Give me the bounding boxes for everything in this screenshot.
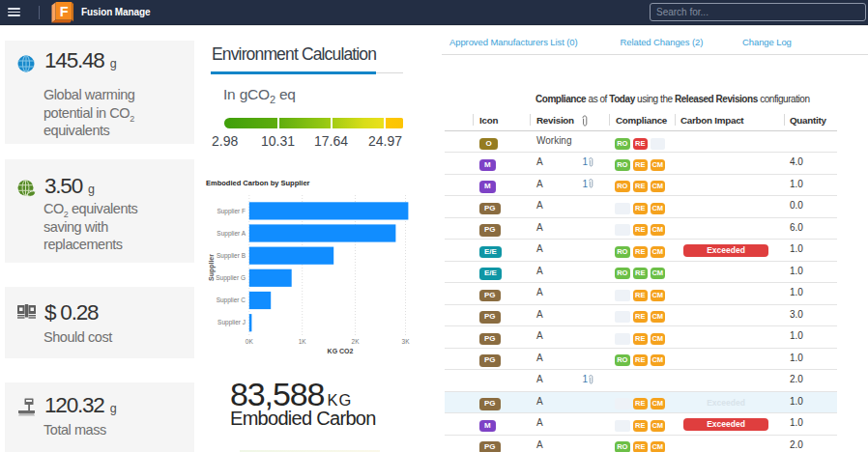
svg-text:Supplier G: Supplier G	[216, 274, 246, 282]
svg-text:3K: 3K	[402, 338, 411, 345]
svg-text:Supplier F: Supplier F	[217, 208, 246, 215]
svg-text:KG CO2: KG CO2	[328, 348, 354, 354]
svg-text:Supplier C: Supplier C	[217, 297, 246, 304]
svg-text:0K: 0K	[246, 338, 254, 345]
svg-text:Supplier: Supplier	[208, 254, 216, 281]
svg-text:Supplier J: Supplier J	[217, 319, 246, 326]
svg-text:Embodied Carbon by Supplier: Embodied Carbon by Supplier	[206, 179, 310, 187]
svg-text:1K: 1K	[299, 338, 307, 345]
svg-text:Supplier B: Supplier B	[217, 252, 246, 260]
svg-text:2K: 2K	[352, 338, 361, 345]
svg-text:Supplier A: Supplier A	[217, 230, 246, 238]
svg-text:F: F	[60, 4, 69, 19]
